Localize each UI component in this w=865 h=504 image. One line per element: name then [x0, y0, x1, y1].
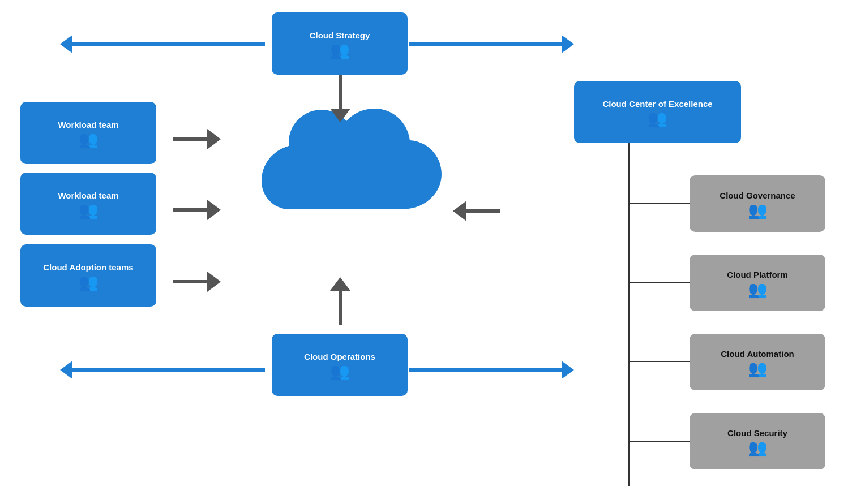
cloud-adoption-label: Cloud Adoption teams [43, 262, 133, 272]
workload-team-2-icon: 👥 [79, 203, 99, 218]
strategy-right-arrow [409, 35, 574, 53]
cloud-platform-icon: 👥 [748, 282, 768, 298]
cloud-governance-icon: 👥 [748, 203, 768, 218]
operations-left-arrow [60, 361, 265, 379]
cloud-platform-label: Cloud Platform [727, 270, 788, 279]
workload-team-2-label: Workload team [58, 191, 118, 200]
cloud-automation-box: Cloud Automation 👥 [690, 334, 825, 390]
workload-team-1-box: Workload team 👥 [20, 102, 156, 164]
cloud-governance-box: Cloud Governance 👥 [690, 175, 825, 232]
cloud-coe-box: Cloud Center of Excellence 👥 [574, 81, 741, 143]
workload1-right-arrow [173, 129, 221, 149]
strategy-left-arrow [60, 35, 265, 53]
connector-automation [628, 361, 691, 362]
cloud-security-icon: 👥 [748, 440, 768, 456]
coe-vertical-line [628, 143, 630, 486]
cloud-security-box: Cloud Security 👥 [690, 413, 825, 469]
connector-platform [628, 282, 691, 283]
cloud-platform-box: Cloud Platform 👥 [690, 255, 825, 311]
cloud-coe-icon: 👥 [648, 111, 667, 127]
cloud-operations-icon: 👥 [330, 364, 350, 380]
right-left-arrow [453, 201, 500, 221]
connector-security [628, 441, 691, 442]
diagram: Cloud Strategy 👥 Workload team 👥 Workloa… [0, 0, 865, 504]
operations-up-arrow [330, 277, 350, 325]
workload2-right-arrow [173, 200, 221, 220]
workload-team-2-box: Workload team 👥 [20, 173, 156, 235]
cloud-strategy-icon: 👥 [330, 42, 350, 58]
workload-team-1-label: Workload team [58, 120, 118, 130]
adoption-right-arrow [173, 272, 221, 292]
cloud-adoption-icon: 👥 [79, 274, 99, 290]
strategy-down-arrow [330, 75, 350, 122]
cloud-security-label: Cloud Security [727, 428, 787, 438]
cloud-operations-box: Cloud Operations 👥 [272, 334, 408, 396]
cloud-operations-label: Cloud Operations [304, 352, 375, 361]
cloud-governance-label: Cloud Governance [720, 191, 795, 200]
cloud-automation-label: Cloud Automation [721, 349, 794, 359]
cloud-strategy-label: Cloud Strategy [310, 31, 370, 40]
connector-governance [628, 203, 691, 204]
workload-team-1-icon: 👥 [79, 132, 99, 148]
cloud-coe-label: Cloud Center of Excellence [602, 99, 712, 109]
cloud-automation-icon: 👥 [748, 361, 768, 377]
cloud-adoption-box: Cloud Adoption teams 👥 [20, 244, 156, 307]
operations-right-arrow [409, 361, 574, 379]
cloud-strategy-box: Cloud Strategy 👥 [272, 12, 408, 75]
